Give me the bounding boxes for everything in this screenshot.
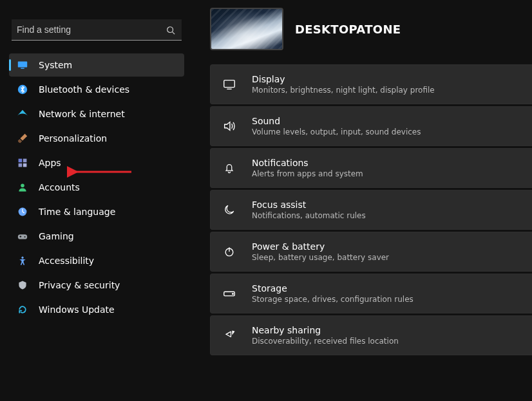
sidebar-item-label: Windows Update <box>39 304 115 315</box>
card-text: Display Monitors, brightness, night ligh… <box>252 74 435 95</box>
sidebar-item-label: Personalization <box>39 133 107 144</box>
card-subtitle: Volume levels, output, input, sound devi… <box>252 127 421 136</box>
apps-icon <box>17 157 28 169</box>
svg-point-0 <box>167 26 173 32</box>
card-focus-assist[interactable]: Focus assist Notifications, automatic ru… <box>210 190 532 230</box>
sidebar-item-label: Privacy & security <box>39 280 120 290</box>
sidebar-item-gaming[interactable]: Gaming <box>9 225 184 248</box>
sidebar-item-accounts[interactable]: Accounts <box>9 176 184 199</box>
sidebar-item-system[interactable]: System <box>9 53 184 77</box>
card-text: Storage Storage space, drives, configura… <box>252 283 413 304</box>
sidebar-item-network-internet[interactable]: Network & internet <box>9 102 184 126</box>
svg-rect-6 <box>23 159 27 163</box>
svg-rect-14 <box>20 236 21 238</box>
svg-point-15 <box>21 257 23 259</box>
card-title: Nearby sharing <box>252 325 399 335</box>
device-name: DESKTOPATONE <box>295 23 401 36</box>
card-text: Nearby sharing Discoverability, received… <box>252 325 399 346</box>
card-subtitle: Discoverability, received files location <box>252 337 399 346</box>
sidebar-nav: System Bluetooth & devices Network & int… <box>0 53 193 322</box>
card-nearby-sharing[interactable]: Nearby sharing Discoverability, received… <box>210 315 532 355</box>
drive-icon <box>222 286 236 301</box>
card-title: Power & battery <box>252 241 389 252</box>
card-title: Notifications <box>252 158 363 168</box>
svg-point-12 <box>24 236 26 238</box>
brush-icon <box>17 133 28 144</box>
bell-icon <box>222 161 236 175</box>
card-subtitle: Sleep, battery usage, battery saver <box>252 253 389 262</box>
accessibility-icon <box>17 255 28 266</box>
sidebar-item-windows-update[interactable]: Windows Update <box>9 298 184 321</box>
svg-rect-2 <box>18 62 27 68</box>
wifi-icon <box>17 108 28 120</box>
sidebar-item-apps[interactable]: Apps <box>9 151 184 174</box>
sidebar-item-time-language[interactable]: Time & language <box>9 200 184 223</box>
sidebar-item-label: Bluetooth & devices <box>39 84 129 95</box>
card-title: Storage <box>252 283 413 294</box>
settings-sidebar: System Bluetooth & devices Network & int… <box>0 0 193 401</box>
card-title: Focus assist <box>252 200 366 210</box>
svg-point-21 <box>233 294 234 295</box>
system-cards: Display Monitors, brightness, night ligh… <box>193 64 532 355</box>
search-input[interactable] <box>12 19 182 41</box>
desktop-wallpaper-thumb[interactable] <box>210 8 283 50</box>
sidebar-item-accessibility[interactable]: Accessibility <box>9 249 184 272</box>
sound-card-icon <box>222 119 236 133</box>
sidebar-item-label: Apps <box>39 158 61 168</box>
settings-main: DESKTOPATONE Display Monitors, brightnes… <box>193 0 532 401</box>
device-header: DESKTOPATONE <box>193 8 532 64</box>
card-text: Notifications Alerts from apps and syste… <box>252 158 363 178</box>
sidebar-item-label: Accessibility <box>39 256 94 266</box>
sidebar-item-label: System <box>39 60 72 70</box>
update-icon <box>17 304 28 315</box>
card-subtitle: Notifications, automatic rules <box>252 211 366 220</box>
card-power-battery[interactable]: Power & battery Sleep, battery usage, ba… <box>210 232 532 272</box>
monitor-icon <box>17 59 28 71</box>
svg-rect-16 <box>224 80 235 88</box>
svg-rect-5 <box>19 159 23 163</box>
person-icon <box>17 182 28 193</box>
moon-icon <box>222 203 236 217</box>
card-subtitle: Alerts from apps and system <box>252 169 363 178</box>
svg-rect-11 <box>18 234 27 239</box>
gamepad-icon <box>17 230 28 242</box>
svg-point-9 <box>21 183 24 187</box>
clock-icon <box>17 206 28 218</box>
card-title: Sound <box>252 116 421 126</box>
sidebar-item-personalization[interactable]: Personalization <box>9 127 184 150</box>
card-sound[interactable]: Sound Volume levels, output, input, soun… <box>210 106 532 146</box>
sidebar-item-bluetooth-devices[interactable]: Bluetooth & devices <box>9 78 184 101</box>
sidebar-item-label: Time & language <box>39 207 115 217</box>
share-icon <box>222 328 236 342</box>
sidebar-item-label: Gaming <box>39 231 74 241</box>
bluetooth-icon <box>17 84 28 95</box>
card-storage[interactable]: Storage Storage space, drives, configura… <box>210 274 532 313</box>
svg-line-1 <box>173 32 175 34</box>
card-notifications[interactable]: Notifications Alerts from apps and syste… <box>210 148 532 188</box>
card-title: Display <box>252 74 435 84</box>
sidebar-item-privacy-security[interactable]: Privacy & security <box>9 274 184 297</box>
card-text: Sound Volume levels, output, input, soun… <box>252 116 421 136</box>
card-text: Power & battery Sleep, battery usage, ba… <box>252 241 389 262</box>
shield-icon <box>17 279 28 291</box>
card-display[interactable]: Display Monitors, brightness, night ligh… <box>210 64 532 104</box>
sidebar-item-label: Network & internet <box>39 109 125 119</box>
sidebar-item-label: Accounts <box>39 182 80 192</box>
svg-rect-3 <box>21 68 24 69</box>
search-container <box>12 19 182 41</box>
svg-rect-8 <box>23 163 27 167</box>
card-subtitle: Storage space, drives, configuration rul… <box>252 295 413 304</box>
card-text: Focus assist Notifications, automatic ru… <box>252 200 366 220</box>
search-icon <box>166 26 175 35</box>
svg-rect-7 <box>19 163 23 167</box>
card-subtitle: Monitors, brightness, night light, displ… <box>252 86 435 95</box>
power-icon <box>222 245 236 259</box>
display-card-icon <box>222 77 236 91</box>
